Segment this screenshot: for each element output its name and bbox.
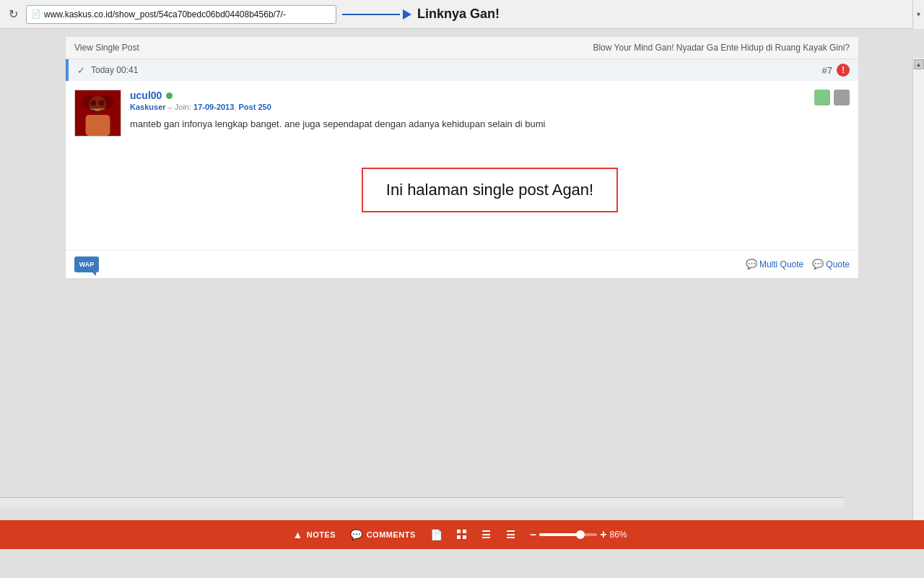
multi-quote-label: Multi Quote [759, 259, 803, 269]
checkmark-icon: ✓ [77, 65, 85, 76]
settings-icon: ☰ [506, 529, 516, 540]
v-scrollbar[interactable]: ▲ ▼ ▼ [912, 58, 924, 549]
quote-label: Quote [826, 259, 850, 269]
user-details: Kaskuser – Join: 17-09-2013, Post 250 [130, 103, 271, 111]
toolbar-settings-icon[interactable]: ☰ [506, 529, 516, 540]
username[interactable]: ucul00 [130, 90, 162, 101]
notes-icon: ▲ [292, 529, 302, 540]
toolbar-page-icon[interactable]: 📄 [430, 529, 443, 540]
post-count[interactable]: 250 [258, 103, 271, 111]
toolbar-lines-icon[interactable]: ☰ [481, 529, 492, 540]
wap-arrow [92, 272, 96, 276]
quote-actions: 💬 Multi Quote 💬 Quote [746, 259, 850, 269]
notes-label: NOTES [307, 530, 336, 539]
bottom-toolbar: ▲ NOTES 💬 COMMENTS 📄 [0, 520, 924, 549]
highlight-box: Ini halaman single post Agan! [362, 168, 618, 212]
post-footer: WAP 💬 Multi Quote 💬 Quote [66, 250, 858, 278]
alert-icon: ! [837, 64, 850, 77]
wap-icon[interactable]: WAP [74, 256, 99, 272]
avatar [74, 90, 121, 137]
zoom-minus-button[interactable]: – [530, 528, 536, 541]
scroll-down-buttons: ▼ ▼ [914, 69, 924, 549]
quote-icon: 💬 [812, 259, 824, 269]
user-info: ucul00 Kaskuser – Join: 17-09-2013, Post… [130, 90, 271, 111]
url-text: www.kaskus.co.id/show_post/54ca70bedc06b… [44, 9, 286, 20]
post-text: manteb gan infonya lengkap banget. ane j… [130, 117, 850, 131]
post-action-icons [814, 90, 850, 105]
comments-icon: 💬 [350, 529, 363, 540]
post-number: #7 [822, 65, 832, 76]
gray-action-icon[interactable] [834, 90, 850, 105]
zoom-fill [539, 533, 577, 536]
h-scrollbar[interactable] [0, 497, 843, 509]
page-title: Blow Your Mind Gan! Nyadar Ga Ente Hidup… [593, 43, 850, 53]
scroll-up-button[interactable]: ▲ [914, 59, 924, 69]
post-meta-bar: ✓ Today 00:41 #7 ! [66, 59, 858, 81]
arrow-annotation: Linknya Gan! [342, 7, 918, 22]
post-body: ucul00 Kaskuser – Join: 17-09-2013, Post… [66, 81, 858, 250]
zoom-plus-button[interactable]: + [600, 528, 606, 541]
multi-quote-icon: 💬 [746, 259, 757, 269]
browser-bar: ↻ 📄 www.kaskus.co.id/show_post/54ca70bed… [0, 0, 924, 29]
url-bar[interactable]: 📄 www.kaskus.co.id/show_post/54ca70bedc0… [26, 5, 336, 24]
browser-scroll-top[interactable]: ▼ [912, 0, 924, 29]
lines-icon: ☰ [481, 529, 492, 540]
toolbar-comments[interactable]: 💬 COMMENTS [350, 529, 416, 540]
zoom-thumb[interactable] [576, 530, 585, 539]
zoom-control: – + 86% [530, 528, 631, 541]
view-single-post-label: View Single Post [74, 43, 139, 53]
page-icon: 📄 [31, 9, 41, 19]
zoom-slider[interactable] [539, 533, 597, 536]
arrow-line [342, 9, 411, 20]
svg-rect-2 [86, 115, 110, 136]
green-action-icon[interactable] [814, 90, 830, 105]
svg-rect-5 [82, 96, 114, 108]
link-label: Linknya Gan! [417, 7, 500, 22]
post-container: View Single Post Blow Your Mind Gan! Nya… [65, 29, 859, 279]
post-timestamp: Today 00:41 [91, 65, 138, 75]
page-content: View Single Post Blow Your Mind Gan! Nya… [0, 29, 924, 549]
grid-icon [457, 530, 467, 540]
arrow-head [403, 9, 411, 20]
zoom-level-text: 86% [610, 530, 632, 540]
user-status: Kaskuser [130, 103, 166, 111]
post-card: ✓ Today 00:41 #7 ! [65, 59, 859, 279]
username-row: ucul00 [130, 90, 271, 101]
multi-quote-button[interactable]: 💬 Multi Quote [746, 259, 803, 269]
page-toolbar-icon: 📄 [430, 529, 443, 540]
post-header-bar: View Single Post Blow Your Mind Gan! Nya… [65, 36, 859, 59]
post-count-label: Post [238, 103, 256, 111]
arrow-shaft [342, 14, 400, 15]
comments-label: COMMENTS [367, 530, 416, 539]
post-right: ucul00 Kaskuser – Join: 17-09-2013, Post… [130, 90, 850, 241]
highlight-container: Ini halaman single post Agan! [130, 146, 850, 241]
online-indicator [166, 92, 173, 99]
toolbar-notes[interactable]: ▲ NOTES [292, 529, 336, 540]
post-meta-right: #7 ! [822, 64, 850, 77]
join-date: 17-09-2013 [193, 103, 234, 111]
refresh-button[interactable]: ↻ [6, 7, 20, 22]
quote-button[interactable]: 💬 Quote [812, 259, 850, 269]
toolbar-grid-icon[interactable] [457, 530, 467, 540]
post-meta-left: ✓ Today 00:41 [77, 65, 138, 76]
